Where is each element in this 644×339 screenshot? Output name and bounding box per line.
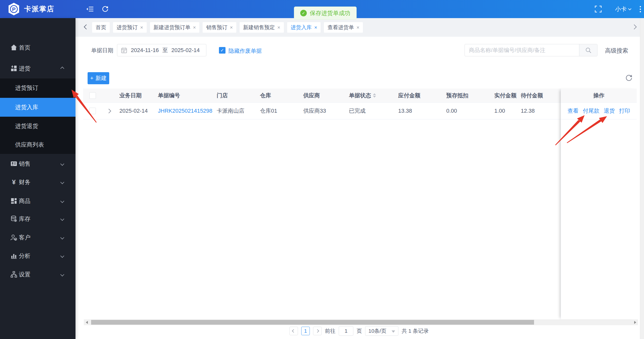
close-icon[interactable]: × (277, 25, 280, 30)
sidebar-item-home[interactable]: 首页 (0, 38, 75, 57)
action-view-link[interactable]: 查看 (567, 107, 579, 115)
page-size-select[interactable]: 10条/页 (365, 326, 398, 336)
new-button[interactable]: + 新建 (88, 72, 109, 84)
goods-icon (10, 197, 18, 205)
scroll-right-arrow[interactable] (634, 319, 638, 325)
more-options-icon[interactable] (640, 6, 641, 12)
col-store: 门店 (213, 89, 256, 102)
search-box (465, 44, 597, 56)
prev-page-button[interactable] (289, 327, 298, 335)
scrollbar-track[interactable] (88, 319, 634, 325)
sidebar-item-purchase[interactable]: 进货 (0, 59, 75, 78)
date-range-input[interactable]: 2024-11-16 至 2025-02-14 (117, 44, 206, 56)
pagination: 1 前往 页 10条/页 共 1 条记录 (289, 326, 429, 336)
plus-icon: + (90, 75, 94, 81)
date-end: 2025-02-14 (171, 47, 200, 54)
search-button[interactable] (579, 44, 597, 56)
next-page-button[interactable] (313, 327, 322, 335)
chevron-down-icon (60, 180, 64, 184)
tab-new-purchase-preorder[interactable]: 新建进货预订单 × (150, 22, 200, 33)
chevron-down-icon (60, 254, 64, 258)
user-menu[interactable]: 小卡 (615, 0, 631, 18)
fixed-operations-column: 操作 查看 付尾款 退货 打印 (561, 89, 637, 319)
fullscreen-icon[interactable] (594, 5, 602, 13)
close-icon[interactable]: × (356, 25, 359, 30)
tab-new-sales-preorder[interactable]: 新建销售预定 × (240, 22, 284, 33)
hide-voided-label[interactable]: 隐藏作废单据 (229, 47, 262, 55)
sidebar-item-purchase-preorder[interactable]: 进货预订 (0, 78, 75, 97)
row-operations: 查看 付尾款 退货 打印 (561, 103, 637, 119)
sidebar-item-purchase-inbound[interactable]: 进货入库 (0, 98, 75, 117)
inventory-database-icon (10, 215, 18, 223)
sidebar-item-analysis[interactable]: 分析 (0, 246, 75, 265)
tab-purchase-preorder[interactable]: 进货预订 × (113, 22, 147, 33)
toast-message: 保存进货单成功 (310, 9, 350, 17)
close-icon[interactable]: × (230, 25, 233, 30)
calendar-icon (121, 47, 127, 54)
chevron-down-icon (60, 235, 64, 239)
col-status: 单据状态 (345, 89, 394, 102)
scrollbar-thumb[interactable] (91, 320, 534, 325)
customer-icon (10, 234, 18, 241)
search-icon (585, 47, 592, 54)
col-warehouse: 仓库 (256, 89, 299, 102)
tab-view-purchase-order[interactable]: 查看进货单 × (324, 22, 363, 33)
col-business-date: 业务日期 (115, 89, 154, 102)
logo-letter: P (12, 6, 16, 12)
chevron-up-icon (60, 66, 64, 70)
sidebar-item-settings[interactable]: 设置 (0, 265, 75, 284)
row-expand-icon[interactable] (106, 109, 111, 113)
app-logo: P (8, 3, 20, 16)
total-records-label: 共 1 条记录 (402, 327, 429, 334)
close-icon[interactable]: × (314, 25, 317, 30)
tabs-scroll-left-icon[interactable] (84, 24, 89, 29)
row-checkbox[interactable] (89, 108, 96, 114)
refresh-icon[interactable] (101, 5, 109, 13)
hide-voided-checkbox[interactable]: ✓ (219, 47, 225, 54)
action-return-link[interactable]: 退货 (604, 107, 615, 115)
sidebar-item-customers[interactable]: 客户 (0, 228, 75, 247)
select-all-checkbox[interactable] (89, 92, 96, 99)
col-doc-no: 单据编号 (154, 89, 213, 102)
goto-label: 前往 (325, 327, 335, 334)
tab-sales-preorder[interactable]: 销售预订 × (203, 22, 236, 33)
goto-page-input[interactable] (339, 326, 353, 336)
sidebar-item-finance[interactable]: ¥ 财务 (0, 173, 75, 191)
sort-icon[interactable] (373, 92, 376, 99)
tabs-scroll-right-icon[interactable] (632, 24, 637, 29)
advanced-search-link[interactable]: 高级搜索 (605, 47, 628, 55)
horizontal-scrollbar (84, 319, 638, 325)
cell-store: 卡派南山店 (213, 103, 256, 119)
tab-home[interactable]: 首页 (92, 22, 110, 33)
sidebar: 首页 进货 进货预订 进货入库 进货退货 (0, 18, 75, 339)
sidebar-item-purchase-return[interactable]: 进货退货 (0, 117, 75, 136)
tab-purchase-inbound[interactable]: 进货入库 × (287, 22, 321, 33)
doc-no-link[interactable]: JHRK20250214152981 (158, 108, 213, 114)
chevron-down-icon (60, 272, 64, 276)
vertical-scrollbar[interactable] (640, 18, 644, 339)
scroll-left-arrow[interactable] (84, 319, 88, 325)
sidebar-item-supplier-list[interactable]: 供应商列表 (0, 136, 75, 154)
collapse-menu-icon[interactable] (86, 5, 94, 13)
sidebar-item-sales[interactable]: 销售 (0, 154, 75, 173)
chevron-down-icon (60, 162, 64, 166)
search-input[interactable] (465, 44, 579, 56)
sidebar-item-goods[interactable]: 商品 (0, 192, 75, 210)
date-filter-label: 单据日期 (91, 47, 113, 54)
action-pay-balance-link[interactable]: 付尾款 (583, 107, 599, 115)
data-table: 业务日期 单据编号 门店 仓库 供应商 单据状态 应付金额 预存抵扣 实付金额 … (83, 89, 637, 119)
action-print-link[interactable]: 打印 (619, 107, 630, 115)
current-page-button[interactable]: 1 (301, 327, 310, 335)
sidebar-item-inventory[interactable]: 库存 (0, 209, 75, 228)
col-supplier: 供应商 (299, 89, 345, 102)
success-check-icon: ✓ (300, 10, 307, 16)
settings-sitemap-icon (10, 271, 18, 278)
col-operations: 操作 (561, 89, 637, 103)
success-toast: ✓ 保存进货单成功 (294, 7, 357, 20)
close-icon[interactable]: × (140, 25, 143, 30)
cell-deposit-deduction: 0.00 (442, 103, 490, 119)
col-paid: 实付金额 (490, 89, 517, 102)
table-refresh-icon[interactable] (625, 74, 633, 82)
close-icon[interactable]: × (193, 25, 196, 30)
cell-payable: 13.38 (394, 103, 442, 119)
